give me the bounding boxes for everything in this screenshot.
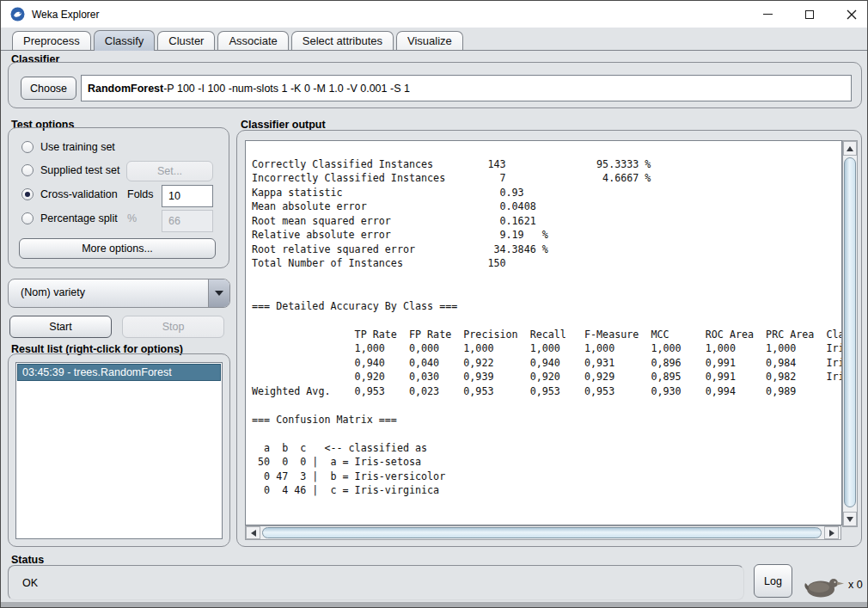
horizontal-scroll-thumb[interactable] — [262, 527, 822, 538]
scroll-left-button[interactable] — [246, 526, 260, 539]
cross-validation-label: Cross-validation — [40, 188, 118, 200]
result-listbox[interactable]: 03:45:39 - trees.RandomForest — [15, 362, 223, 539]
status-label: Status — [11, 554, 44, 566]
close-icon — [847, 9, 857, 20]
tab-preprocess[interactable]: Preprocess — [12, 31, 91, 50]
percent-label: % — [127, 212, 137, 224]
log-button[interactable]: Log — [754, 564, 792, 598]
tab-associate[interactable]: Associate — [217, 31, 288, 50]
scroll-down-button[interactable] — [843, 512, 857, 526]
scroll-up-button[interactable] — [843, 141, 857, 156]
radio-use-training-set[interactable] — [21, 141, 34, 153]
minimize-icon — [763, 14, 773, 15]
radio-percentage-split[interactable] — [21, 212, 34, 224]
radio-supplied-test-set[interactable] — [21, 164, 34, 176]
scroll-left-icon — [251, 530, 256, 537]
folds-input[interactable]: 10 — [162, 185, 213, 207]
weka-bird-icon — [802, 573, 847, 600]
status-field: OK — [8, 565, 744, 600]
vertical-scroll-thumb[interactable] — [844, 157, 856, 507]
radio-cross-validation[interactable] — [21, 188, 34, 200]
folds-label: Folds — [127, 188, 154, 200]
combo-selected-value: (Nom) variety — [21, 286, 85, 298]
stop-button[interactable]: Stop — [122, 316, 224, 338]
chevron-down-icon — [215, 291, 223, 296]
titlebar: Weka Explorer — [1, 1, 867, 28]
scroll-down-icon — [847, 517, 853, 522]
use-training-set-label: Use training set — [40, 141, 115, 153]
more-options-button[interactable]: More options... — [19, 238, 216, 259]
bird-count-label: x 0 — [848, 579, 863, 591]
percent-input[interactable]: 66 — [162, 210, 213, 232]
classifier-output-text: Correctly Classified Instances 143 95.33… — [252, 143, 842, 498]
tab-classify[interactable]: Classify — [94, 30, 156, 51]
maximize-icon — [805, 10, 814, 19]
tab-visualize[interactable]: Visualize — [396, 31, 463, 50]
weka-logo-icon — [10, 7, 25, 21]
supplied-test-set-label: Supplied test set — [40, 164, 119, 176]
tab-cluster[interactable]: Cluster — [157, 31, 215, 50]
minimize-button[interactable] — [753, 4, 782, 24]
choose-button[interactable]: Choose — [21, 77, 76, 100]
scheme-name: RandomForest — [88, 83, 163, 95]
classifier-output-textarea[interactable]: Correctly Classified Instances 143 95.33… — [245, 140, 842, 525]
maximize-button[interactable] — [795, 4, 824, 24]
window-title: Weka Explorer — [32, 9, 99, 21]
scroll-right-icon — [829, 530, 834, 537]
tab-bar: Preprocess Classify Cluster Associate Se… — [12, 30, 463, 51]
start-button[interactable]: Start — [9, 316, 112, 338]
output-horizontal-scrollbar[interactable] — [245, 525, 841, 540]
result-list-item[interactable]: 03:45:39 - trees.RandomForest — [17, 364, 221, 381]
class-attribute-combobox[interactable]: (Nom) variety — [8, 279, 230, 308]
scroll-up-icon — [847, 146, 853, 151]
percentage-split-label: Percentage split — [40, 212, 118, 224]
classifier-output-label: Classifier output — [241, 119, 326, 131]
status-message: OK — [22, 577, 38, 589]
output-vertical-scrollbar[interactable] — [842, 140, 858, 527]
window-bottom-edge — [1, 602, 867, 607]
weka-explorer-window: Weka Explorer Preprocess Classify Cluste… — [0, 0, 868, 608]
close-button[interactable] — [837, 4, 866, 24]
scroll-right-button[interactable] — [824, 526, 839, 539]
combo-arrow-button[interactable] — [208, 279, 229, 307]
scheme-options: -P 100 -I 100 -num-slots 1 -K 0 -M 1.0 -… — [163, 83, 410, 95]
set-button[interactable]: Set... — [126, 161, 213, 181]
classifier-scheme-field[interactable]: RandomForest -P 100 -I 100 -num-slots 1 … — [81, 75, 852, 101]
tab-select-attributes[interactable]: Select attributes — [291, 31, 394, 50]
